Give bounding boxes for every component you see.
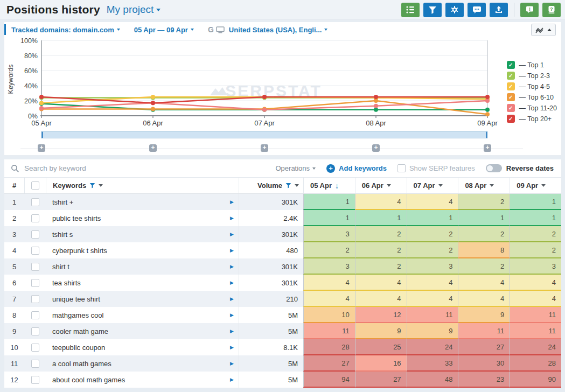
add-annotation-pin[interactable]: + [372, 144, 380, 152]
keyword-cell[interactable]: public tee shirts▶ [46, 210, 239, 226]
position-cell[interactable]: 24 [510, 339, 561, 355]
chevron-down-icon[interactable] [541, 184, 546, 187]
chevron-down-icon[interactable] [438, 184, 443, 187]
search-box[interactable] [11, 164, 264, 173]
expand-arrow-icon[interactable]: ▶ [230, 296, 234, 302]
position-cell[interactable]: 2 [510, 226, 561, 242]
column-header-date[interactable]: 09 Apr [510, 178, 561, 193]
add-annotation-pin[interactable]: + [484, 144, 491, 152]
position-cell[interactable]: 25 [355, 339, 407, 355]
position-cell[interactable]: 27 [355, 372, 407, 388]
column-header-date[interactable]: 07 Apr [407, 178, 458, 193]
position-cell[interactable]: 4 [407, 194, 458, 210]
position-cell[interactable]: 94 [303, 372, 355, 388]
chevron-down-icon[interactable] [295, 184, 299, 187]
position-cell[interactable]: 11 [303, 323, 355, 339]
row-checkbox[interactable] [24, 339, 46, 355]
position-cell[interactable]: 4 [510, 291, 561, 307]
keyword-cell[interactable]: shirt t▶ [46, 258, 239, 275]
show-serp-features-checkbox[interactable]: Show SERP features [397, 164, 475, 172]
legend-item[interactable]: ✓— Top 11-20 [507, 104, 557, 112]
position-cell[interactable]: 1 [510, 194, 561, 210]
position-cell[interactable]: 3 [303, 226, 355, 242]
legend-item[interactable]: ✓— Top 20+ [507, 115, 557, 123]
row-checkbox[interactable] [24, 258, 46, 275]
expand-arrow-icon[interactable]: ▶ [230, 312, 234, 318]
position-cell[interactable]: 4 [458, 291, 510, 307]
row-checkbox[interactable] [24, 355, 46, 372]
position-cell[interactable]: 3 [407, 258, 458, 275]
expand-arrow-icon[interactable]: ▶ [230, 264, 234, 269]
position-cell[interactable]: 11 [458, 323, 510, 339]
position-cell[interactable]: 48 [407, 372, 458, 388]
row-checkbox[interactable] [24, 226, 46, 242]
row-checkbox[interactable] [24, 372, 46, 388]
column-header-keywords[interactable]: Keywords [46, 178, 239, 193]
expand-arrow-icon[interactable]: ▶ [230, 377, 234, 382]
row-checkbox[interactable] [24, 194, 46, 210]
column-header-num[interactable]: # [4, 178, 24, 193]
keyword-cell[interactable]: a cool math games▶ [46, 355, 239, 372]
column-header-date[interactable]: 08 Apr [458, 178, 510, 193]
position-cell[interactable]: 10 [303, 307, 355, 323]
expand-arrow-icon[interactable]: ▶ [230, 199, 234, 205]
column-header-date[interactable]: 06 Apr [355, 178, 407, 193]
chart-canvas[interactable]: 0%20%40%60%80%100%SERPSTAT05 Apr06 Apr07… [4, 37, 500, 130]
search-input[interactable] [24, 164, 264, 172]
keyword-cell[interactable]: tshirt s▶ [46, 226, 239, 242]
keyword-cell[interactable]: cooler math game▶ [46, 323, 239, 339]
filter-button[interactable] [423, 3, 442, 17]
chevron-down-icon[interactable] [387, 184, 391, 187]
sort-desc-icon[interactable]: ↓ [335, 181, 339, 190]
chevron-down-icon[interactable] [490, 184, 494, 187]
position-cell[interactable]: 2 [303, 242, 355, 258]
keyword-cell[interactable]: about cool math games▶ [46, 372, 239, 388]
position-cell[interactable]: 4 [355, 275, 407, 291]
row-checkbox[interactable] [24, 242, 46, 258]
position-cell[interactable]: 27 [458, 339, 510, 355]
legend-checkbox-icon[interactable]: ✓ [507, 82, 515, 90]
position-cell[interactable]: 8 [458, 242, 510, 258]
position-cell[interactable]: 1 [303, 194, 355, 210]
position-cell[interactable]: 12 [355, 307, 407, 323]
position-cell[interactable]: 2 [458, 258, 510, 275]
position-cell[interactable]: 1 [458, 210, 510, 226]
expand-arrow-icon[interactable]: ▶ [230, 280, 234, 285]
legend-item[interactable]: ✓— Top 4-5 [507, 82, 557, 90]
position-cell[interactable]: 4 [355, 291, 407, 307]
filter-funnel-icon[interactable] [285, 183, 291, 188]
position-cell[interactable]: 24 [407, 339, 458, 355]
column-header-date[interactable]: 05 Apr↓ [303, 178, 355, 193]
legend-item[interactable]: ✓— Top 2-3 [507, 72, 557, 80]
select-all-checkbox[interactable] [24, 178, 46, 193]
position-cell[interactable]: 3 [303, 258, 355, 275]
expand-arrow-icon[interactable]: ▶ [230, 361, 234, 366]
position-cell[interactable]: 4 [303, 291, 355, 307]
date-range-selector[interactable]: 05 Apr — 09 Apr [134, 26, 194, 34]
position-cell[interactable]: 3 [510, 258, 561, 275]
position-cell[interactable]: 11 [407, 307, 458, 323]
chevron-down-icon[interactable] [99, 184, 103, 187]
keyword-cell[interactable]: mathgames cool▶ [46, 307, 239, 323]
keyword-cell[interactable]: tea shirts▶ [46, 275, 239, 291]
position-cell[interactable]: 9 [355, 323, 407, 339]
reverse-dates-toggle[interactable]: Reverse dates [486, 164, 554, 172]
position-cell[interactable]: 27 [303, 355, 355, 372]
expand-arrow-icon[interactable]: ▶ [230, 328, 234, 334]
position-cell[interactable]: 9 [407, 323, 458, 339]
chart-collapse-toggle[interactable] [531, 24, 556, 36]
legend-item[interactable]: ✓— Top 1 [507, 61, 557, 69]
expand-arrow-icon[interactable]: ▶ [230, 232, 234, 237]
position-cell[interactable]: 2 [407, 226, 458, 242]
row-checkbox[interactable] [24, 323, 46, 339]
expand-arrow-icon[interactable]: ▶ [230, 248, 234, 253]
position-cell[interactable]: 9 [458, 307, 510, 323]
comments-button[interactable] [468, 3, 486, 17]
position-cell[interactable]: 2 [458, 226, 510, 242]
legend-checkbox-icon[interactable]: ✓ [507, 61, 515, 69]
feedback-button[interactable]: ! [520, 3, 539, 17]
region-selector[interactable]: United States (USA), Engli... [229, 26, 328, 34]
position-cell[interactable]: 11 [510, 307, 561, 323]
position-cell[interactable]: 2 [510, 242, 561, 258]
position-cell[interactable]: 4 [510, 275, 561, 291]
